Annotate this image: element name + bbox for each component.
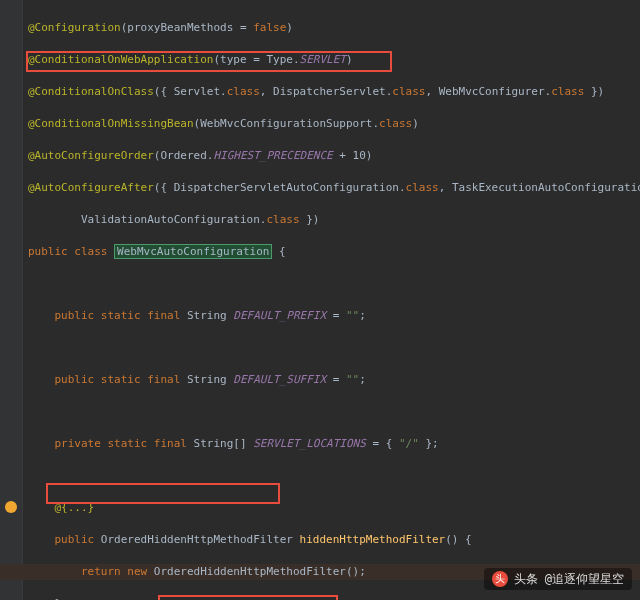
editor-gutter	[0, 0, 23, 600]
watermark-icon: 头	[492, 571, 508, 587]
code-editor[interactable]: @Configuration(proxyBeanMethods = false)…	[0, 0, 640, 600]
watermark: 头 头条 @追逐仰望星空	[484, 568, 632, 590]
intention-bulb-icon[interactable]	[5, 501, 17, 513]
class-name-highlight: WebMvcAutoConfiguration	[114, 244, 272, 259]
